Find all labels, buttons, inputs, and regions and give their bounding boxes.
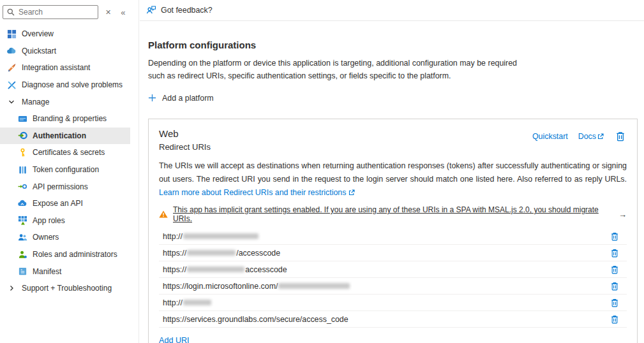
sidebar-item-label: Roles and administrators: [33, 250, 117, 259]
redirect-uris-description: The URIs we will accept as destinations …: [159, 159, 627, 200]
sidebar-item-label: Overview: [22, 29, 54, 38]
search-dismiss-icon[interactable]: ✕: [103, 6, 114, 18]
redirect-uri-row: https://login.microsoftonline.com/: [159, 278, 627, 295]
redacted-text: [183, 300, 211, 305]
card-actions: Quickstart Docs: [532, 130, 627, 143]
add-platform-button[interactable]: Add a platform: [148, 94, 214, 103]
delete-uri-button[interactable]: [609, 247, 620, 259]
owners-icon: [17, 232, 27, 242]
page-title: Platform configurations: [148, 40, 644, 50]
sidebar-item-expose-api[interactable]: Expose an API: [0, 195, 130, 212]
sidebar-item-api-permissions[interactable]: API permissions: [0, 178, 130, 195]
token-configuration-icon: [17, 164, 27, 175]
sidebar-item-overview[interactable]: Overview: [0, 26, 130, 43]
docs-link[interactable]: Docs: [578, 132, 604, 141]
sidebar-item-label: App roles: [33, 216, 65, 225]
implicit-grant-warning: This app has implicit grant settings ena…: [159, 205, 627, 223]
page-description: Depending on the platform or device this…: [148, 57, 517, 83]
warning-icon: [159, 210, 168, 218]
overview-icon: [6, 29, 17, 39]
docs-label: Docs: [578, 132, 596, 141]
sidebar-item-label: Quickstart: [22, 47, 56, 55]
search-box[interactable]: [3, 5, 98, 19]
external-link-icon: [597, 133, 604, 140]
warning-message-link[interactable]: This app has implicit grant settings ena…: [173, 205, 612, 223]
manifest-icon: [17, 266, 27, 277]
sidebar-item-roles-administrators[interactable]: Roles and administrators: [0, 246, 130, 263]
sidebar-item-label: Certificates & secrets: [33, 148, 105, 157]
command-bar: Got feedback?: [140, 0, 644, 21]
delete-uri-button[interactable]: [609, 281, 620, 292]
sidebar-item-diagnose[interactable]: Diagnose and solve problems: [0, 77, 130, 94]
redirect-uri-list: http:// https:///accesscode https://acce…: [159, 228, 627, 328]
card-titles: Web Redirect URIs: [159, 128, 211, 152]
app-roles-icon: [17, 215, 27, 226]
learn-more-link[interactable]: Learn more about Redirect URIs and their…: [159, 188, 346, 197]
redirect-uris-description-text: The URIs we will accept as destinations …: [159, 161, 627, 184]
authentication-icon: [17, 131, 27, 141]
delete-uri-button[interactable]: [609, 314, 620, 325]
redirect-uris-subtitle: Redirect URIs: [159, 142, 211, 152]
arrow-right-icon[interactable]: →: [618, 210, 627, 219]
add-platform-label: Add a platform: [162, 94, 214, 103]
sidebar-item-integration-assistant[interactable]: Integration assistant: [0, 59, 130, 77]
add-uri-link[interactable]: Add URI: [159, 336, 190, 343]
search-icon: [7, 8, 15, 16]
search-input[interactable]: [19, 8, 94, 17]
redacted-text: [183, 233, 258, 239]
sidebar-item-certificates[interactable]: Certificates & secrets: [0, 144, 130, 161]
delete-uri-button[interactable]: [609, 297, 620, 309]
redirect-uri-value: http://: [163, 298, 212, 307]
chevron-down-icon: [6, 97, 17, 107]
redirect-uri-row: http://: [159, 228, 627, 245]
sidebar-item-manifest[interactable]: Manifest: [0, 263, 130, 280]
quickstart-link[interactable]: Quickstart: [532, 132, 568, 141]
sidebar-item-label: API permissions: [33, 182, 88, 191]
external-link-icon: [348, 189, 355, 196]
branding-icon: [17, 113, 27, 124]
sidebar-item-token-configuration[interactable]: Token configuration: [0, 161, 130, 179]
delete-uri-button[interactable]: [609, 231, 620, 242]
card-header: Web Redirect URIs Quickstart Docs: [159, 128, 627, 152]
sidebar-item-quickstart[interactable]: Quickstart: [0, 43, 130, 60]
cloud-icon: [17, 198, 27, 208]
sidebar-item-branding[interactable]: Branding & properties: [0, 110, 130, 128]
feedback-icon: [146, 5, 156, 15]
sidebar-item-label: Branding & properties: [33, 114, 107, 123]
sidebar-group-support-troubleshooting[interactable]: Support + Troubleshooting: [0, 280, 130, 297]
redirect-uri-value: https://services.groundlabs.com/secure/a…: [163, 315, 348, 324]
platform-title: Web: [159, 128, 211, 139]
redacted-text: [187, 266, 244, 272]
key-icon: [17, 147, 27, 157]
redirect-uri-value: http://: [163, 232, 259, 241]
web-platform-card: Web Redirect URIs Quickstart Docs The UR…: [148, 119, 638, 343]
sidebar-item-owners[interactable]: Owners: [0, 229, 130, 246]
sidebar-item-label: Integration assistant: [22, 63, 90, 72]
sidebar-item-app-roles[interactable]: App roles: [0, 212, 130, 230]
redirect-uri-row: https://services.groundlabs.com/secure/a…: [159, 311, 627, 328]
sidebar-item-label: Diagnose and solve problems: [22, 80, 123, 89]
sidebar-nav: Overview Quickstart Integration assistan…: [0, 26, 139, 297]
redirect-uri-row: https:///accesscode: [159, 245, 627, 261]
sidebar-item-authentication[interactable]: Authentication: [0, 128, 130, 145]
delete-platform-button[interactable]: [614, 130, 627, 143]
tools-icon: [6, 80, 17, 90]
chevron-right-icon: [6, 283, 17, 293]
got-feedback-button[interactable]: Got feedback?: [146, 5, 213, 15]
redirect-uri-value: https://accesscode: [163, 265, 287, 274]
redirect-uri-value: https://login.microsoftonline.com/: [163, 282, 350, 291]
sidebar-item-label: Support + Troubleshooting: [22, 284, 112, 293]
sidebar-group-manage[interactable]: Manage: [0, 93, 130, 110]
rocket-icon: [6, 62, 17, 73]
redacted-text: [278, 283, 350, 289]
sidebar-item-label: Expose an API: [33, 199, 83, 208]
delete-uri-button[interactable]: [609, 264, 620, 275]
main-content: Platform configurations Depending on the…: [148, 21, 644, 343]
redirect-uri-row: http://: [159, 295, 627, 311]
feedback-label: Got feedback?: [161, 6, 213, 15]
sidebar-item-label: Authentication: [33, 131, 86, 140]
quickstart-icon: [6, 46, 17, 56]
redirect-uri-row: https://accesscode: [159, 261, 627, 278]
sidebar-item-label: Manifest: [33, 267, 61, 276]
sidebar-collapse-icon[interactable]: «: [118, 6, 128, 19]
